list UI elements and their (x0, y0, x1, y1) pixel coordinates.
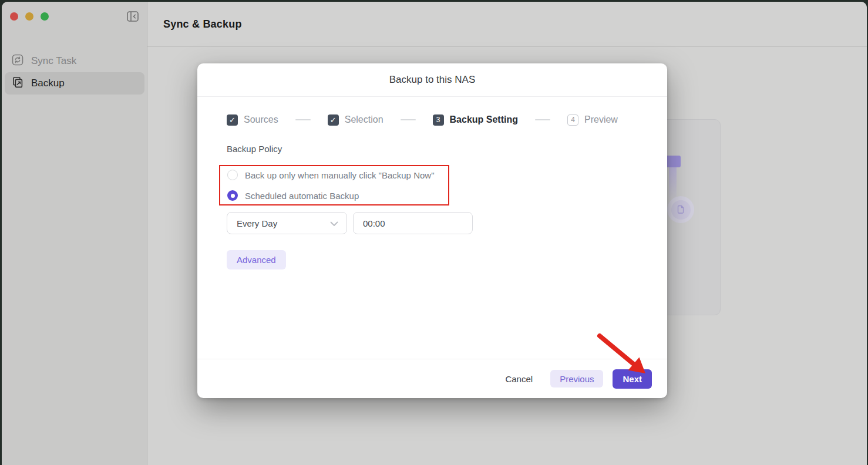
file-icon (671, 200, 691, 220)
annotation-highlight-box: Back up only when manually click "Backup… (219, 165, 449, 205)
step-done-check-icon: ✓ (328, 114, 339, 126)
sidebar: Sync Task Backup (2, 2, 147, 465)
page-header: Sync & Backup (147, 2, 867, 47)
next-button[interactable]: Next (613, 369, 652, 389)
page-title: Sync & Backup (163, 18, 242, 31)
step-label: Sources (244, 114, 278, 125)
step-label: Backup Setting (450, 114, 518, 125)
radio-unselected-icon[interactable] (227, 170, 238, 180)
sidebar-nav: Sync Task Backup (5, 50, 144, 95)
backup-policy-label: Backup Policy (227, 144, 282, 154)
wizard-stepper: ✓ Sources ✓ Selection 3 Backup Setting 4… (227, 113, 618, 126)
dialog-titlebar: Backup to this NAS (197, 63, 667, 97)
step-number-badge: 4 (567, 114, 578, 126)
time-input[interactable] (353, 212, 473, 234)
step-number-badge: 3 (433, 114, 444, 126)
sync-icon (12, 54, 23, 69)
chevron-down-icon (330, 218, 338, 228)
sidebar-item-backup[interactable]: Backup (5, 72, 144, 95)
frequency-value: Every Day (237, 218, 277, 228)
frequency-select[interactable]: Every Day (227, 212, 347, 234)
dialog-title: Backup to this NAS (389, 74, 475, 86)
step-backup-setting: 3 Backup Setting (433, 114, 518, 126)
step-connector (401, 119, 416, 120)
sidebar-item-sync-task[interactable]: Sync Task (5, 50, 144, 72)
traffic-lights (10, 12, 49, 21)
sidebar-item-label: Sync Task (31, 55, 76, 67)
task-file-badge (667, 196, 694, 223)
radio-option-label: Scheduled automatic Backup (245, 191, 359, 201)
radio-option-label: Back up only when manually click "Backup… (245, 170, 434, 180)
zoom-window-button[interactable] (41, 12, 49, 21)
radio-option-manual-backup[interactable]: Back up only when manually click "Backup… (227, 170, 434, 180)
step-connector (295, 119, 311, 120)
close-window-button[interactable] (10, 12, 18, 21)
advanced-button[interactable]: Advanced (227, 250, 286, 269)
dialog-footer: Cancel Previous Next (197, 359, 667, 398)
sidebar-toggle-icon[interactable] (127, 11, 139, 22)
step-preview: 4 Preview (567, 114, 618, 126)
previous-button[interactable]: Previous (550, 370, 603, 388)
cancel-button[interactable]: Cancel (505, 374, 533, 384)
step-selection: ✓ Selection (328, 114, 383, 126)
step-sources: ✓ Sources (227, 114, 278, 126)
step-connector (535, 119, 550, 120)
step-done-check-icon: ✓ (227, 114, 238, 126)
minimize-window-button[interactable] (25, 12, 33, 21)
step-label: Selection (345, 114, 383, 125)
backup-icon (12, 76, 23, 91)
step-label: Preview (584, 114, 618, 125)
radio-option-scheduled-backup[interactable]: Scheduled automatic Backup (227, 190, 359, 201)
schedule-controls: Every Day (227, 212, 473, 234)
backup-wizard-dialog: Backup to this NAS ✓ Sources ✓ Selection… (197, 63, 667, 398)
radio-selected-icon[interactable] (227, 190, 238, 201)
sidebar-item-label: Backup (31, 78, 65, 89)
